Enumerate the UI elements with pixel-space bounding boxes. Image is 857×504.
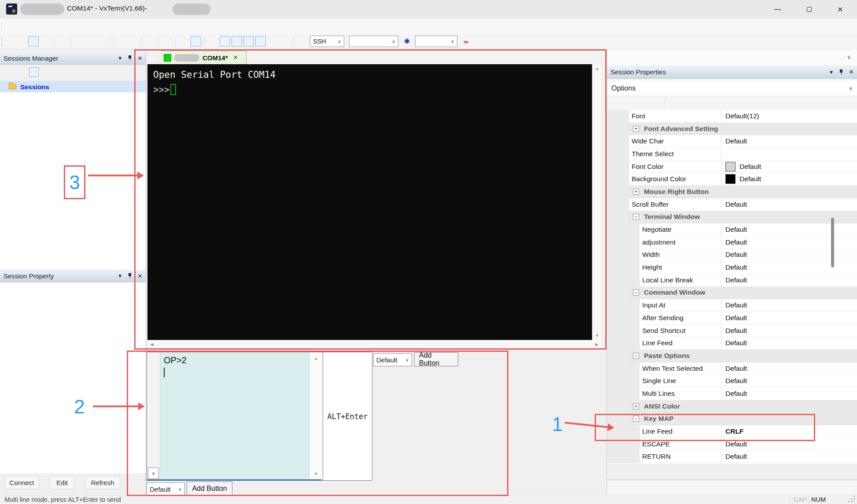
property-value-cell[interactable]: Default (721, 337, 857, 350)
property-value-cell[interactable]: Default (721, 198, 857, 211)
clear-icon[interactable] (279, 36, 290, 47)
property-value-cell[interactable]: Default (721, 451, 857, 464)
chevron-down-icon[interactable]: ▼ (118, 55, 122, 61)
property-value-cell[interactable]: Default (721, 274, 857, 287)
maximize-button[interactable] (795, 0, 823, 18)
close-button[interactable]: × (826, 0, 854, 18)
window-send-icon[interactable] (255, 36, 266, 47)
pin-icon[interactable] (839, 69, 844, 75)
property-value-cell[interactable]: Default (721, 362, 857, 375)
property-row[interactable]: Font Advanced Setting (607, 123, 857, 135)
property-value-cell[interactable]: Default (721, 261, 857, 274)
pin-marker-icon[interactable] (144, 36, 155, 47)
paste-session-icon[interactable] (67, 67, 77, 77)
property-row[interactable]: Paste Options (607, 350, 857, 362)
property-value-cell[interactable]: Default (721, 236, 857, 249)
new-window-icon[interactable] (40, 36, 51, 47)
highlight-pen-icon[interactable] (267, 36, 278, 47)
category-expander-icon[interactable] (633, 289, 639, 296)
quick-connect-icon[interactable] (16, 36, 27, 47)
link-session-icon[interactable] (4, 67, 13, 77)
minimize-button[interactable]: — (764, 0, 792, 18)
property-row[interactable]: Mouse Right Button (607, 186, 857, 198)
property-row[interactable]: Input At Default (607, 299, 857, 312)
property-row[interactable]: Negotiate Default (607, 223, 857, 236)
copy-session-icon[interactable] (42, 67, 51, 77)
window-float-icon[interactable] (243, 36, 254, 47)
paste-icon[interactable] (98, 36, 109, 47)
chevron-down-icon[interactable]: ▼ (118, 273, 122, 278)
property-value-cell[interactable]: Default (721, 299, 857, 312)
property-value-cell[interactable]: Default(12) (721, 110, 857, 123)
minimize-all-icon[interactable] (220, 36, 230, 47)
find-icon[interactable] (208, 36, 218, 47)
property-row[interactable]: When Text Selected Default (607, 362, 857, 375)
link-profile-icon[interactable] (669, 98, 680, 108)
copy-icon[interactable] (86, 36, 97, 47)
property-row[interactable]: Font Default(12) (607, 110, 857, 123)
save-icon[interactable] (4, 36, 15, 47)
property-row[interactable]: Wide Char Default (607, 135, 857, 148)
link-icon[interactable]: ∞ (460, 36, 471, 47)
config-wand-icon[interactable]: ✱ (401, 36, 412, 47)
pin-icon[interactable] (128, 55, 132, 61)
property-row[interactable]: Font Color Default (607, 161, 857, 173)
resize-grip[interactable] (849, 496, 855, 502)
property-value-cell[interactable]: Default (721, 161, 857, 173)
session-window-icon[interactable] (296, 36, 307, 47)
categorized-icon[interactable] (610, 98, 620, 108)
connect-icon[interactable] (57, 36, 68, 47)
property-value-cell[interactable]: Default (721, 249, 857, 262)
property-value-cell[interactable]: Default (721, 375, 857, 387)
save-profile-icon[interactable] (649, 98, 659, 108)
send-receive-icon[interactable] (162, 36, 172, 47)
list-view-icon[interactable] (29, 67, 39, 77)
property-row[interactable]: Theme Select (607, 148, 857, 161)
property-value-cell[interactable]: Default (721, 173, 857, 186)
modify-icon[interactable] (106, 67, 115, 77)
property-row[interactable]: adjustment Default (607, 236, 857, 249)
window-layout-icon[interactable] (232, 36, 242, 47)
close-icon[interactable]: × (849, 68, 853, 76)
property-row[interactable]: Scroll Buffer Default (607, 198, 857, 211)
category-expander-icon[interactable] (633, 126, 639, 132)
category-expander-icon[interactable] (633, 353, 639, 359)
protocol-combobox[interactable]: SSH ∨ (310, 36, 344, 47)
property-row[interactable]: ANSI Color (607, 400, 857, 413)
category-expander-icon[interactable] (633, 403, 639, 409)
property-row[interactable]: RETURN Default (607, 451, 857, 464)
options-combobox[interactable]: Options ∨ (607, 80, 857, 96)
sessions-tree-root[interactable]: Sessions (0, 81, 146, 92)
session-combobox[interactable]: ∨ (349, 36, 398, 47)
category-expander-icon[interactable] (633, 214, 639, 220)
property-row[interactable]: Local Line Break Default (607, 274, 857, 287)
filter-combobox[interactable]: ∨ (415, 36, 457, 47)
sort-az-icon[interactable] (623, 98, 633, 108)
property-row[interactable]: Line Feed Default (607, 337, 857, 350)
property-value-cell[interactable]: Default (721, 223, 857, 236)
property-row[interactable]: Send Shortcut Default (607, 325, 857, 337)
property-row[interactable]: Multi Lines Default (607, 387, 857, 400)
edit-button[interactable]: Edit (50, 476, 74, 489)
connect-button[interactable]: Connect (4, 476, 39, 489)
pin-icon[interactable] (128, 273, 132, 279)
chevron-down-icon[interactable]: ∨ (847, 54, 851, 60)
category-expander-icon[interactable] (633, 189, 639, 195)
property-row[interactable]: Background Color Default (607, 173, 857, 186)
property-row[interactable]: Single Line Default (607, 375, 857, 387)
add-session-icon[interactable] (16, 67, 26, 77)
property-row[interactable]: Command Window (607, 287, 857, 299)
cut-icon[interactable] (55, 67, 64, 77)
property-value-cell[interactable]: Default (721, 387, 857, 400)
log-list-icon[interactable] (115, 36, 126, 47)
play-pause-icon[interactable] (179, 36, 189, 47)
property-page-icon[interactable] (636, 98, 646, 108)
grid-scrollbar-thumb[interactable] (831, 218, 834, 267)
property-row[interactable]: Height Default (607, 261, 857, 274)
disconnect-icon[interactable] (74, 36, 85, 47)
refresh-button[interactable]: Refresh (85, 476, 120, 489)
run-icon[interactable] (191, 36, 201, 47)
delete-icon[interactable] (80, 67, 90, 77)
property-value-cell[interactable]: Default (721, 135, 857, 148)
serial-connect-icon[interactable] (28, 36, 39, 47)
